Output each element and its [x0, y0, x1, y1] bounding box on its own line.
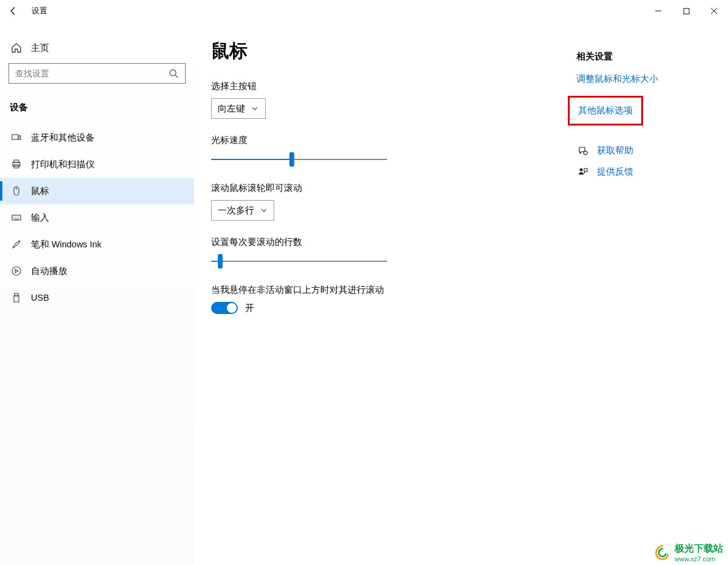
cursor-speed-slider[interactable]	[211, 152, 387, 167]
sidebar-item-usb[interactable]: USB	[0, 284, 194, 311]
feedback-icon	[576, 167, 590, 178]
printer-icon	[10, 159, 23, 170]
inactive-scroll-setting: 当我悬停在非活动窗口上方时对其进行滚动 开	[211, 284, 551, 314]
lines-per-scroll-slider[interactable]	[211, 254, 387, 269]
sidebar: 主页 设备 蓝牙和其他设备 打印机和扫描仪 鼠标	[0, 22, 194, 565]
toggle-knob	[227, 303, 237, 313]
mouse-icon	[10, 186, 23, 196]
cursor-speed-setting: 光标速度	[211, 135, 551, 167]
minimize-button[interactable]	[644, 0, 672, 22]
related-heading: 相关设置	[576, 51, 710, 62]
home-link[interactable]: 主页	[0, 36, 194, 59]
maximize-icon	[683, 8, 690, 15]
sidebar-item-label: USB	[31, 293, 49, 303]
inactive-scroll-label: 当我悬停在非活动窗口上方时对其进行滚动	[211, 284, 551, 296]
svg-point-12	[584, 151, 587, 155]
content-main: 鼠标 选择主按钮 向左键 光标速度 滚动鼠标滚轮	[211, 39, 551, 565]
svg-rect-2	[12, 135, 18, 139]
search-box[interactable]	[8, 63, 186, 84]
help-link-text: 获取帮助	[597, 145, 633, 156]
inactive-scroll-toggle-row: 开	[211, 302, 551, 314]
close-icon	[710, 7, 718, 15]
content-area: 鼠标 选择主按钮 向左键 光标速度 滚动鼠标滚轮	[194, 22, 728, 565]
sidebar-item-mouse[interactable]: 鼠标	[0, 178, 194, 204]
svg-rect-8	[12, 215, 21, 220]
close-button[interactable]	[700, 0, 728, 22]
sidebar-item-printers[interactable]: 打印机和扫描仪	[0, 151, 194, 178]
watermark-icon	[654, 544, 671, 561]
scroll-mode-label: 滚动鼠标滚轮即可滚动	[211, 182, 551, 194]
search-input[interactable]	[15, 69, 168, 78]
svg-rect-0	[684, 8, 689, 14]
primary-button-value: 向左键	[218, 103, 245, 115]
related-settings-panel: 相关设置 调整鼠标和光标大小 其他鼠标选项 获取帮助 提供反馈	[576, 39, 728, 565]
slider-thumb[interactable]	[218, 254, 223, 269]
sidebar-item-typing[interactable]: 输入	[0, 204, 194, 231]
autoplay-icon	[10, 266, 23, 276]
watermark-url: www.xz7.com	[675, 555, 723, 563]
svg-rect-11	[14, 296, 19, 302]
scroll-mode-value: 一次多行	[218, 205, 254, 216]
svg-rect-3	[19, 136, 21, 139]
svg-point-9	[12, 267, 21, 275]
search-icon	[168, 68, 179, 79]
watermark-brand: 极光下载站	[675, 543, 723, 555]
usb-icon	[10, 292, 23, 303]
arrow-left-icon	[8, 6, 18, 16]
sidebar-item-pen[interactable]: 笔和 Windows Ink	[0, 231, 194, 258]
cursor-speed-label: 光标速度	[211, 135, 551, 146]
scroll-mode-combo[interactable]: 一次多行	[211, 200, 274, 221]
sidebar-item-label: 鼠标	[31, 186, 49, 197]
related-link-cursor-size[interactable]: 调整鼠标和光标大小	[576, 73, 710, 85]
window-title: 设置	[32, 5, 47, 16]
svg-point-13	[580, 168, 583, 171]
svg-rect-10	[15, 293, 18, 296]
scroll-mode-setting: 滚动鼠标滚轮即可滚动 一次多行	[211, 182, 551, 221]
sidebar-item-label: 笔和 Windows Ink	[31, 239, 101, 250]
primary-button-combo[interactable]: 向左键	[211, 98, 266, 119]
help-link[interactable]: 获取帮助	[576, 145, 710, 156]
lines-per-scroll-label: 设置每次要滚动的行数	[211, 236, 551, 248]
help-icon	[576, 145, 590, 156]
window-controls	[644, 0, 728, 22]
inactive-scroll-state-text: 开	[245, 303, 254, 314]
sidebar-section-title: 设备	[0, 102, 194, 113]
feedback-link-text: 提供反馈	[597, 166, 633, 178]
app-body: 主页 设备 蓝牙和其他设备 打印机和扫描仪 鼠标	[0, 22, 728, 565]
back-button[interactable]	[0, 0, 27, 22]
svg-rect-5	[14, 160, 19, 162]
home-icon	[10, 42, 23, 53]
slider-track	[211, 261, 387, 262]
sidebar-item-autoplay[interactable]: 自动播放	[0, 258, 194, 284]
primary-button-label: 选择主按钮	[211, 81, 551, 92]
primary-button-setting: 选择主按钮 向左键	[211, 81, 551, 119]
lines-per-scroll-setting: 设置每次要滚动的行数	[211, 236, 551, 269]
inactive-scroll-toggle[interactable]	[211, 302, 238, 314]
home-label: 主页	[31, 42, 49, 54]
watermark: 极光下载站 www.xz7.com	[654, 543, 723, 563]
pen-icon	[10, 239, 23, 250]
title-bar: 设置	[0, 0, 728, 22]
sidebar-item-label: 打印机和扫描仪	[31, 159, 95, 170]
sidebar-item-label: 自动播放	[31, 266, 67, 277]
slider-thumb[interactable]	[289, 152, 294, 167]
chevron-down-icon	[260, 207, 268, 214]
sidebar-item-label: 输入	[31, 212, 49, 224]
minimize-icon	[655, 7, 662, 15]
devices-icon	[10, 132, 23, 143]
svg-point-1	[170, 70, 176, 76]
sidebar-item-label: 蓝牙和其他设备	[31, 132, 95, 144]
page-title: 鼠标	[211, 39, 551, 64]
chevron-down-icon	[251, 105, 258, 112]
maximize-button[interactable]	[672, 0, 700, 22]
sidebar-item-bluetooth[interactable]: 蓝牙和其他设备	[0, 124, 194, 151]
feedback-link[interactable]: 提供反馈	[576, 166, 710, 178]
related-link-other-mouse-options[interactable]: 其他鼠标选项	[568, 96, 643, 125]
slider-fill	[211, 159, 292, 160]
keyboard-icon	[10, 212, 23, 223]
